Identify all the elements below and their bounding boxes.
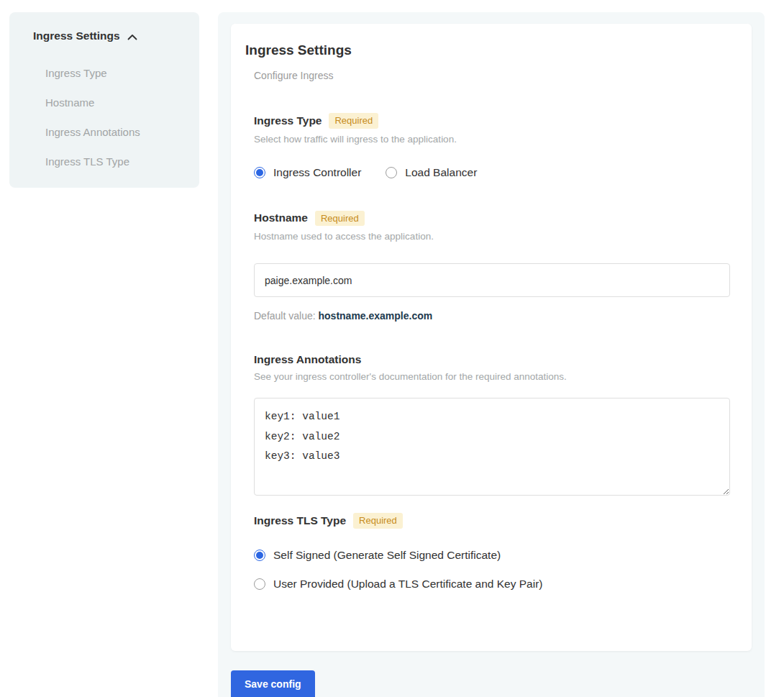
required-badge: Required bbox=[353, 513, 403, 529]
form-subtitle: Configure Ingress bbox=[254, 70, 730, 81]
page-title: Ingress Settings bbox=[245, 42, 730, 58]
section-ingress-annotations-header: Ingress Annotations bbox=[254, 353, 730, 366]
hostname-input[interactable] bbox=[254, 263, 730, 297]
radio-selected-icon bbox=[254, 550, 265, 561]
section-ingress-annotations-help: See your ingress controller's documentat… bbox=[254, 371, 730, 382]
section-ingress-annotations-label: Ingress Annotations bbox=[254, 353, 361, 366]
sidebar-group-label: Ingress Settings bbox=[33, 29, 120, 42]
sidebar-item-ingress-tls-type[interactable]: Ingress TLS Type bbox=[45, 155, 185, 168]
radio-option-user-provided[interactable]: User Provided (Upload a TLS Certificate … bbox=[254, 578, 730, 591]
radio-option-load-balancer[interactable]: Load Balancer bbox=[386, 166, 477, 179]
radio-label: Load Balancer bbox=[405, 166, 477, 179]
tls-type-radio-group: Self Signed (Generate Self Signed Certif… bbox=[254, 549, 730, 591]
section-ingress-tls-type-label: Ingress TLS Type bbox=[254, 514, 346, 527]
required-badge: Required bbox=[329, 113, 378, 129]
radio-label: Ingress Controller bbox=[273, 166, 361, 179]
section-hostname: Hostname Required Hostname used to acces… bbox=[254, 211, 730, 322]
radio-label: Self Signed (Generate Self Signed Certif… bbox=[273, 549, 501, 562]
section-ingress-annotations: Ingress Annotations See your ingress con… bbox=[254, 353, 730, 496]
card-body: Configure Ingress Ingress Type Required … bbox=[245, 70, 730, 591]
sidebar-item-hostname[interactable]: Hostname bbox=[45, 96, 185, 109]
save-config-button[interactable]: Save config bbox=[231, 670, 315, 697]
ingress-type-radio-group: Ingress Controller Load Balancer bbox=[254, 166, 730, 179]
sidebar-item-ingress-annotations[interactable]: Ingress Annotations bbox=[45, 126, 185, 138]
section-hostname-label: Hostname bbox=[254, 211, 308, 224]
section-ingress-type-help: Select how traffic will ingress to the a… bbox=[254, 134, 730, 145]
section-ingress-type-header: Ingress Type Required bbox=[254, 113, 730, 129]
radio-unselected-icon bbox=[254, 578, 265, 590]
section-hostname-help: Hostname used to access the application. bbox=[254, 231, 730, 242]
radio-unselected-icon bbox=[386, 167, 397, 178]
section-ingress-tls-type: Ingress TLS Type Required Self Signed (G… bbox=[254, 513, 730, 591]
radio-option-self-signed[interactable]: Self Signed (Generate Self Signed Certif… bbox=[254, 549, 730, 562]
radio-selected-icon bbox=[254, 167, 265, 178]
required-badge: Required bbox=[315, 211, 365, 227]
hostname-default-value: hostname.example.com bbox=[319, 310, 433, 322]
radio-label: User Provided (Upload a TLS Certificate … bbox=[273, 578, 542, 591]
config-panel: Ingress Settings Configure Ingress Ingre… bbox=[218, 12, 765, 697]
hostname-default-line: Default value: hostname.example.com bbox=[254, 310, 730, 322]
config-card: Ingress Settings Configure Ingress Ingre… bbox=[231, 24, 752, 651]
section-ingress-type: Ingress Type Required Select how traffic… bbox=[254, 113, 730, 179]
page: Ingress Settings Ingress Type Hostname I… bbox=[0, 0, 784, 697]
config-sidebar: Ingress Settings Ingress Type Hostname I… bbox=[9, 12, 199, 188]
section-hostname-header: Hostname Required bbox=[254, 211, 730, 227]
chevron-up-icon bbox=[127, 34, 137, 40]
sidebar-item-ingress-type[interactable]: Ingress Type bbox=[45, 67, 185, 79]
ingress-annotations-textarea[interactable]: key1: value1 key2: value2 key3: value3 bbox=[254, 398, 730, 496]
radio-option-ingress-controller[interactable]: Ingress Controller bbox=[254, 166, 361, 179]
default-prefix: Default value: bbox=[254, 310, 319, 322]
sidebar-items: Ingress Type Hostname Ingress Annotation… bbox=[33, 50, 185, 168]
sidebar-group-ingress-settings[interactable]: Ingress Settings bbox=[33, 29, 185, 42]
section-ingress-type-label: Ingress Type bbox=[254, 114, 322, 127]
section-ingress-tls-type-header: Ingress TLS Type Required bbox=[254, 513, 730, 529]
